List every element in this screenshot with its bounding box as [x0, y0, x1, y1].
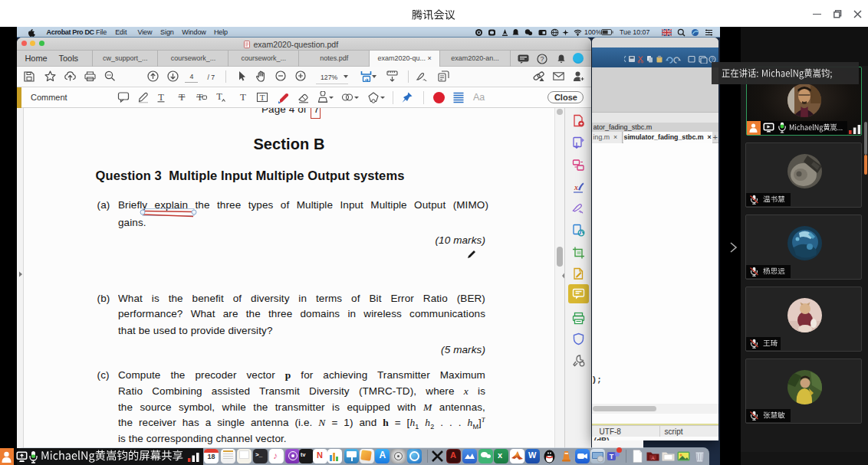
- svg-text:x: x: [574, 183, 578, 192]
- svg-text:T: T: [158, 92, 164, 103]
- svg-text:T: T: [610, 453, 614, 460]
- svg-text:T: T: [216, 91, 222, 102]
- svg-text:A: A: [651, 454, 655, 460]
- svg-text:?: ?: [541, 55, 544, 63]
- svg-text:T: T: [260, 93, 265, 102]
- svg-text:T: T: [240, 91, 246, 103]
